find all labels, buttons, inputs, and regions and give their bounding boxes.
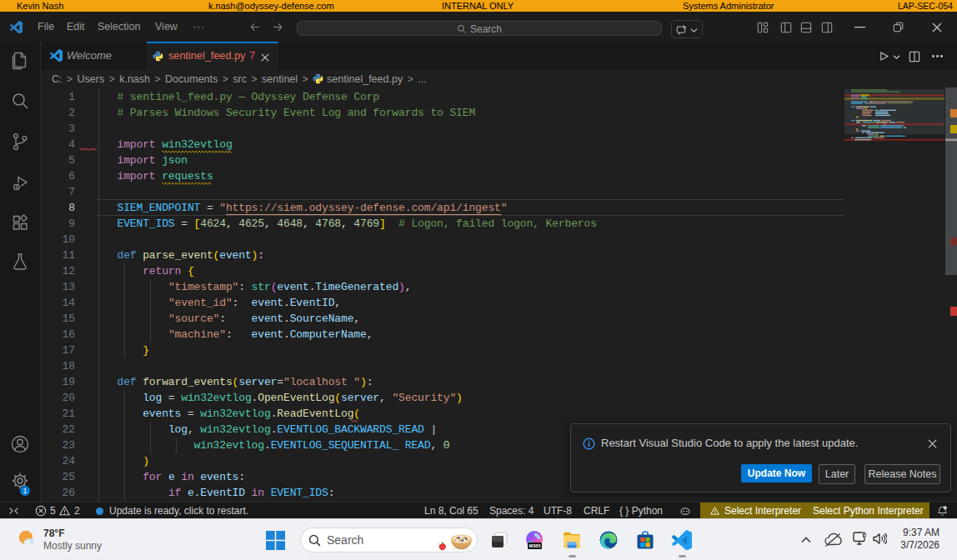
svg-text:M365: M365 xyxy=(529,543,541,548)
